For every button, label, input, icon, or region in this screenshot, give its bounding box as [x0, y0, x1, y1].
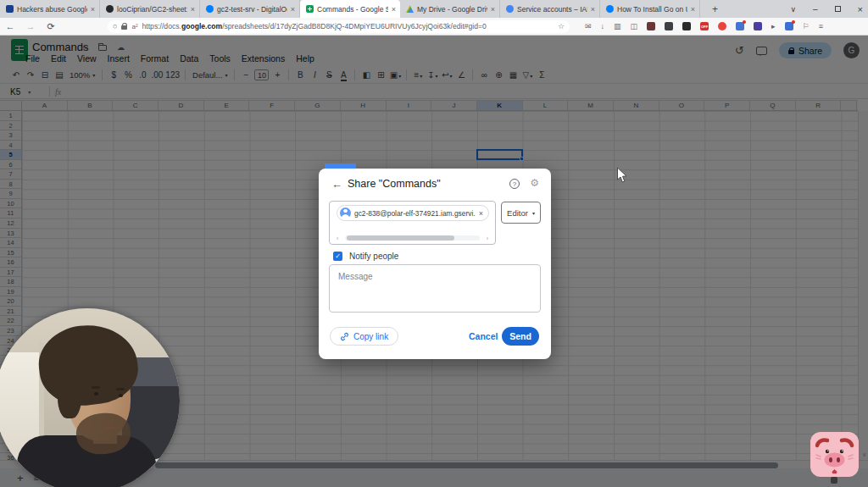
browser-tab[interactable]: Hackers abuse Google Comm...×: [0, 0, 100, 18]
shield-icon[interactable]: [785, 22, 793, 30]
browser-tab-bar: Hackers abuse Google Comm...×looCiprian/…: [0, 0, 868, 18]
extension-maroon-icon[interactable]: [647, 22, 655, 30]
tab-title: Hackers abuse Google Comm...: [17, 5, 87, 14]
mail-icon[interactable]: ✉: [585, 22, 592, 30]
library-icon[interactable]: ▥: [614, 22, 621, 30]
tab-title: My Drive - Google Drive: [417, 5, 487, 14]
chip-scrollbar[interactable]: [345, 235, 480, 241]
notify-checkbox[interactable]: ✓: [333, 252, 342, 261]
mouse-cursor: [616, 167, 628, 184]
url-text: https://docs.google.com/spreadsheets/d/1…: [142, 22, 554, 30]
tab-title: Commands - Google Sheets: [317, 5, 388, 14]
container-icon: a²: [131, 23, 137, 30]
list-all-tabs-icon[interactable]: ∨: [790, 5, 796, 14]
downloads-icon[interactable]: ↓: [601, 22, 605, 30]
google-drive-favicon: [406, 5, 414, 13]
role-dropdown[interactable]: Editor ▾: [501, 202, 541, 224]
maximize-button[interactable]: [835, 6, 841, 12]
tab-close-icon[interactable]: ×: [291, 5, 295, 14]
tab-title: How To Install Go on Ubuntu 2...: [617, 5, 687, 14]
url-field[interactable]: ○ a² https://docs.google.com/spreadsheet…: [108, 20, 570, 33]
google-cloud-favicon: [506, 5, 514, 13]
close-window-button[interactable]: ×: [858, 4, 863, 14]
remove-recipient-icon[interactable]: ×: [479, 209, 483, 218]
permissions-icon[interactable]: ○: [113, 22, 117, 30]
chip-scrollbar-thumb[interactable]: [347, 235, 454, 241]
chevron-down-icon: ▾: [532, 210, 535, 216]
scroll-left-icon[interactable]: ‹: [337, 235, 338, 241]
cancel-button[interactable]: Cancel: [469, 331, 498, 341]
notify-row: ✓ Notify people: [333, 252, 398, 261]
help-icon[interactable]: ?: [509, 179, 520, 189]
extension-arrow-icon[interactable]: ▸: [771, 22, 776, 30]
pig-sticker: [810, 432, 859, 477]
recipient-email: gc2-838@polar-elf-374921.iam.gservi...: [354, 209, 476, 218]
digitalocean-favicon: [206, 5, 214, 13]
bleepingcomputer-favicon: [6, 5, 14, 13]
browser-tab[interactable]: gc2-test-srv - DigitalOcean×: [200, 0, 300, 18]
window-controls: ∨ – ×: [790, 0, 863, 18]
tab-strip: Hackers abuse Google Comm...×looCiprian/…: [0, 0, 700, 18]
extension-off-badge-icon[interactable]: OFF: [700, 22, 709, 30]
tab-title: Service accounts – IAM & Adm...: [517, 5, 587, 14]
dialog-title: Share "Commands": [348, 178, 441, 190]
scroll-right-icon[interactable]: ›: [487, 235, 488, 241]
screen: Hackers abuse Google Comm...×looCiprian/…: [0, 0, 868, 487]
browser-tab[interactable]: looCiprian/GC2-sheet: GC2 is ...×: [100, 0, 200, 18]
browser-url-bar: ← → ⟳ ○ a² https://docs.google.com/sprea…: [0, 18, 868, 36]
send-button[interactable]: Send: [502, 327, 539, 346]
forward-button[interactable]: →: [20, 21, 41, 31]
digitalocean-favicon: [606, 5, 614, 13]
browser-tab[interactable]: Service accounts – IAM & Adm...×: [500, 0, 600, 18]
tab-close-icon[interactable]: ×: [392, 5, 396, 14]
browser-tab[interactable]: How To Install Go on Ubuntu 2...×: [600, 0, 700, 18]
minimize-button[interactable]: –: [813, 4, 818, 14]
back-icon[interactable]: ←: [331, 178, 342, 191]
lock-icon: [121, 25, 127, 30]
flag-icon[interactable]: ⚐: [803, 22, 810, 30]
new-tab-button[interactable]: +: [712, 3, 718, 15]
tab-close-icon[interactable]: ×: [191, 5, 195, 14]
browser-tab[interactable]: Commands - Google Sheets×: [300, 0, 400, 18]
share-dialog: ← Share "Commands" ? ⚙ gc2-838@polar-elf…: [319, 169, 551, 359]
notify-label: Notify people: [349, 252, 398, 261]
browser-tab[interactable]: My Drive - Google Drive×: [400, 0, 500, 18]
message-input[interactable]: [329, 264, 541, 313]
gear-icon[interactable]: ⚙: [530, 177, 539, 189]
extensions-area: ✉↓▥◫OFF▸⚐≡: [585, 22, 823, 30]
extension-indigo-icon[interactable]: [754, 22, 762, 30]
webcam-overlay: [0, 308, 180, 487]
copy-link-button[interactable]: Copy link: [330, 327, 398, 346]
sticker-handle: [831, 477, 837, 484]
tab-title: gc2-test-srv - DigitalOcean: [217, 5, 287, 14]
menu-icon[interactable]: ≡: [819, 22, 823, 30]
person-avatar-icon: [340, 208, 351, 219]
extension-red-circle-icon[interactable]: [718, 22, 726, 30]
tab-close-icon[interactable]: ×: [691, 5, 695, 14]
tab-close-icon[interactable]: ×: [91, 5, 95, 14]
tab-close-icon[interactable]: ×: [591, 5, 595, 14]
github-favicon: [106, 5, 114, 13]
tab-title: looCiprian/GC2-sheet: GC2 is ...: [117, 5, 187, 14]
extension-black-icon[interactable]: [682, 22, 691, 30]
bookmark-star-icon[interactable]: ☆: [558, 22, 565, 30]
back-button[interactable]: ←: [0, 21, 20, 31]
extension-blue-badged-icon[interactable]: [736, 22, 744, 30]
reload-button[interactable]: ⟳: [41, 21, 61, 32]
recipient-chip[interactable]: gc2-838@polar-elf-374921.iam.gservi... ×: [337, 205, 489, 221]
google-sheets-favicon: [306, 5, 314, 13]
link-icon: [340, 332, 349, 341]
tab-close-icon[interactable]: ×: [491, 5, 495, 14]
extension-dark-icon[interactable]: [665, 22, 673, 30]
recipients-field[interactable]: gc2-838@polar-elf-374921.iam.gservi... ×…: [329, 201, 496, 245]
dialog-loading-accent: [325, 163, 356, 169]
tab-extra: +: [712, 0, 718, 18]
reader-view-icon[interactable]: ◫: [631, 22, 638, 30]
